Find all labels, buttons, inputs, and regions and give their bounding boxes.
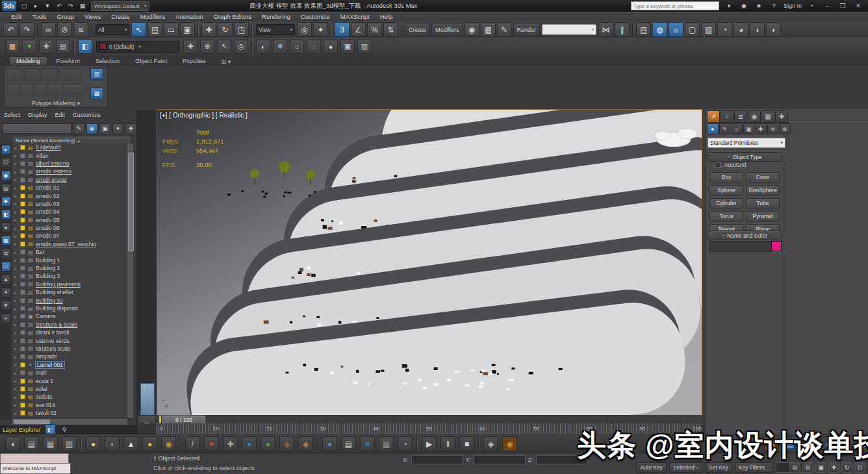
render-setup-icon[interactable]: ☼ (669, 22, 683, 37)
display-all-icon[interactable]: ▸ (1, 145, 11, 155)
expand-arrow-icon[interactable]: ▸ (14, 362, 18, 367)
expand-arrow-icon[interactable]: ▸ (14, 346, 18, 351)
cameras-category-icon[interactable]: ▣ (743, 123, 755, 134)
layer-visibility-dot[interactable] (20, 161, 25, 166)
tube-button[interactable]: Tube (746, 198, 780, 208)
layer-visibility-dot[interactable] (20, 306, 25, 311)
reference-coordinate-system-dropdown[interactable]: View▾ (256, 24, 295, 35)
layer-visibility-dot[interactable] (20, 266, 25, 271)
undo-icon[interactable]: ↶ (3, 22, 18, 37)
render-button[interactable]: Render (513, 23, 541, 36)
ribbon-display-icon[interactable]: ▦ (90, 88, 103, 99)
geometry-category-icon[interactable]: ● (707, 123, 719, 134)
create-button[interactable]: Create (405, 23, 430, 36)
maximize-button[interactable]: ❒ (837, 2, 849, 10)
object-type-rollout[interactable]: −Object Type (708, 152, 782, 162)
layer-row-alberi-esterno[interactable]: ▸▤alberi esterno (12, 160, 127, 168)
infocenter-search-input[interactable] (631, 1, 719, 10)
find-icon[interactable]: ✎ (73, 123, 84, 134)
script-icon-5[interactable]: ● (86, 436, 101, 451)
script-icon-8[interactable]: ● (142, 436, 157, 451)
isolate-selection-icon[interactable]: ◐ (256, 40, 270, 54)
layer-visibility-dot[interactable] (20, 233, 25, 238)
perspective-viewport[interactable]: [+] [ Orthographic ] [ Realistic ] Total… (157, 109, 702, 416)
layer-row-arredo-piano-07-vecchio[interactable]: ▸▤arredo piano 07_vecchio (12, 240, 127, 248)
expand-arrow-icon[interactable]: ▸ (14, 379, 18, 383)
explorer-menu-display[interactable]: Display (28, 112, 47, 118)
user-avatar[interactable]: ◔ (806, 1, 817, 10)
primitive-category-dropdown[interactable]: Standard Primitives▾ (708, 138, 785, 148)
ribbon-grid-icon[interactable]: ⊞ ▾ (222, 58, 231, 65)
script-icon-14[interactable]: ● (242, 436, 257, 451)
layer-visibility-dot[interactable] (20, 290, 25, 295)
layer-visibility-dot[interactable] (20, 403, 25, 408)
expand-arrow-icon[interactable]: ▸ (14, 177, 18, 182)
expand-arrow-icon[interactable]: ▸ (14, 355, 18, 359)
expand-arrow-icon[interactable]: ▸ (14, 258, 18, 262)
layer-visibility-dot[interactable] (20, 209, 25, 214)
stop-animation-icon[interactable]: ■ (459, 436, 474, 451)
layer-row-scala-1[interactable]: ▸▤scala 1 (12, 377, 127, 384)
percent-snap-toggle-icon[interactable]: % (367, 22, 382, 37)
project-folder-icon[interactable]: ▦ (77, 1, 88, 10)
script-icon-0[interactable]: ◖ (5, 436, 20, 451)
display-none-icon[interactable]: ☐ (1, 158, 11, 168)
layer-visibility-dot[interactable] (20, 153, 25, 158)
layer-visibility-dot[interactable] (20, 314, 25, 319)
render-production-icon[interactable]: ◔ (717, 22, 732, 37)
script-icon-13[interactable]: ✚ (223, 436, 238, 451)
spinner-snap-toggle-icon[interactable]: ⇅ (383, 22, 398, 37)
help-icon[interactable]: ? (769, 1, 779, 10)
script-icon-6[interactable]: ◗ (105, 436, 120, 451)
hide-selection-icon[interactable]: ◌ (307, 40, 321, 54)
workspace-dropdown[interactable]: Workspace: Default ▾ (91, 1, 149, 11)
ribbon-tab-object-paint[interactable]: Object Paint (129, 57, 173, 65)
layer-row-struttura-scale[interactable]: ▸▤struttura scale (12, 345, 127, 353)
display-bones-icon[interactable]: ▲ (1, 275, 11, 284)
explorer-options-icon[interactable]: ⚲ (60, 425, 70, 434)
layer-row-solai[interactable]: ▸▤solai (12, 385, 127, 393)
polygon-modeling-caption[interactable]: Polygon Modeling ▾ (5, 100, 107, 106)
script-icon-2[interactable]: ▦ (43, 436, 58, 451)
layer-visibility-dot[interactable] (20, 298, 25, 303)
create-new-layer-icon[interactable]: ✚ (183, 40, 198, 54)
expand-arrow-icon[interactable]: ▸ (14, 298, 18, 303)
snaps-toggle-icon[interactable]: 3 (335, 22, 350, 37)
display-containers-icon[interactable]: ✦ (1, 288, 11, 297)
expand-arrow-icon[interactable]: ▸ (14, 234, 18, 238)
expand-arrow-icon[interactable]: ▸ (14, 145, 18, 150)
display-shapes-icon[interactable]: ▤ (1, 184, 11, 193)
layer-row-building-dispersa[interactable]: ▸▤Building dispersa (12, 305, 127, 312)
expand-arrow-icon[interactable]: ▸ (14, 338, 18, 343)
layer-row-struttura-scale[interactable]: ▸▤Struttura & Scale (12, 321, 127, 329)
layer-row-arredo-04[interactable]: ▸▤arredo 04 (12, 208, 127, 216)
bind-to-space-warp-icon[interactable]: ≋ (73, 22, 88, 37)
redo-icon[interactable]: ↷ (66, 1, 76, 10)
render-teapot-icon[interactable]: ◖ (750, 22, 765, 37)
display-floater-icon[interactable]: ▥ (357, 40, 372, 54)
select-and-rotate-icon[interactable]: ↻ (218, 22, 233, 37)
y-coordinate-field[interactable] (474, 455, 526, 464)
expand-arrow-icon[interactable]: ▸ (14, 266, 18, 271)
curve-editor-icon[interactable]: ◉ (465, 22, 479, 37)
layer-visibility-dot[interactable] (20, 379, 25, 384)
pin-icon[interactable]: ✚ (125, 123, 136, 134)
script-icon-23[interactable]: ◔ (398, 436, 413, 451)
menu-item-tools[interactable]: Tools (27, 12, 51, 21)
layer-dropdown[interactable]: 0 (default)▾ (96, 41, 179, 53)
layer-visibility-dot[interactable] (20, 218, 25, 223)
scene-explorer-toggle-icon[interactable]: ◧ (78, 40, 92, 54)
expand-arrow-icon[interactable]: ▸ (14, 161, 18, 166)
unlink-selection-icon[interactable]: ⊘ (57, 22, 72, 37)
unhide-all-icon[interactable]: ● (324, 40, 338, 54)
select-and-link-icon[interactable]: ∞ (41, 22, 56, 37)
expand-arrow-icon[interactable]: ▸ (14, 169, 18, 174)
expand-arrow-icon[interactable]: ▸ (14, 193, 18, 198)
pyramid-button[interactable]: Pyramid (746, 211, 780, 221)
select-object-icon[interactable]: ↖ (131, 22, 146, 37)
script-icon-16[interactable]: ◆ (279, 436, 294, 451)
layer-explorer-tab[interactable]: Layer Explorer (3, 427, 41, 433)
rendered-frame-window-icon[interactable]: ▧ (701, 22, 716, 37)
select-and-manipulate-icon[interactable]: ✦ (313, 22, 328, 37)
menu-item-modifiers[interactable]: Modifiers (136, 12, 170, 21)
